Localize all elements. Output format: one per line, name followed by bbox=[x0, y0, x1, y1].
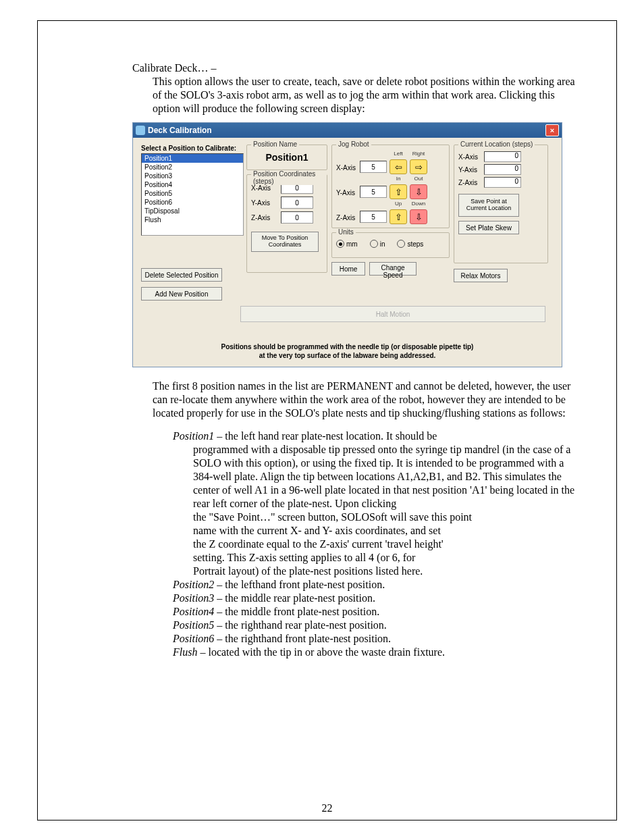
add-position-button[interactable]: Add New Position bbox=[141, 287, 222, 301]
deck-calibration-window: Deck Calibration × Select a Position to … bbox=[132, 122, 562, 367]
jog-y-label: Y-Axis bbox=[336, 189, 360, 199]
position-listbox[interactable]: Position1 Position2 Position3 Position4 … bbox=[141, 153, 244, 236]
intro-paragraph: This option allows the user to create, t… bbox=[153, 75, 576, 115]
position-name-group: Position Name Position1 bbox=[246, 145, 327, 170]
group-label: Units bbox=[336, 228, 356, 236]
position3-item: Position3 – the middle rear plate-nest p… bbox=[173, 592, 576, 605]
window-title: Deck Calibration bbox=[148, 126, 545, 135]
list-item[interactable]: Flush bbox=[142, 215, 243, 224]
list-item[interactable]: Position1 bbox=[142, 154, 243, 163]
app-icon bbox=[136, 126, 145, 135]
cur-y-value: 0 bbox=[484, 164, 521, 175]
halt-motion-button[interactable]: Halt Motion bbox=[240, 306, 545, 322]
move-to-button[interactable]: Move To Position Coordinates bbox=[251, 232, 319, 252]
group-label: Jog Robot bbox=[336, 140, 371, 148]
select-position-label: Select a Position to Calibrate: bbox=[141, 145, 242, 152]
position1-item: Position1 – the left hand rear plate-nes… bbox=[173, 429, 576, 443]
section-heading: Calibrate Deck… – bbox=[132, 61, 576, 75]
close-icon[interactable]: × bbox=[545, 124, 559, 136]
window-titlebar: Deck Calibration × bbox=[133, 123, 562, 138]
jog-up-icon[interactable]: ⇧ bbox=[390, 209, 407, 224]
position1-detail: the "Save Point…" screen button, SOLOSof… bbox=[193, 511, 576, 524]
y-axis-label: Y-Axis bbox=[251, 199, 278, 207]
cur-z-value: 0 bbox=[484, 177, 521, 188]
page-number: 22 bbox=[38, 802, 616, 814]
position1-detail: the Z coordinate equal to the Z-axis' cu… bbox=[193, 538, 576, 551]
position6-item: Position6 – the righthand front plate-ne… bbox=[173, 632, 576, 646]
position1-detail: setting. This Z-axis setting applies to … bbox=[193, 551, 576, 565]
list-item[interactable]: TipDisposal bbox=[142, 207, 243, 215]
jog-down-icon[interactable]: ⇩ bbox=[410, 209, 427, 224]
up-label: Up bbox=[395, 201, 402, 207]
position5-item: Position5 – the righthand rear plate-nes… bbox=[173, 619, 576, 632]
group-label: Position Coordinates (steps) bbox=[251, 170, 327, 185]
save-point-button[interactable]: Save Point at Current Location bbox=[458, 194, 519, 217]
list-item[interactable]: Position6 bbox=[142, 198, 243, 207]
units-group: Units mm in steps bbox=[331, 232, 450, 258]
left-label: Left bbox=[394, 151, 402, 157]
list-item[interactable]: Position3 bbox=[142, 172, 243, 180]
z-axis-label: Z-Axis bbox=[251, 214, 278, 221]
list-item[interactable]: Position4 bbox=[142, 180, 243, 189]
cur-x-label: X-Axis bbox=[458, 153, 484, 161]
right-label: Right bbox=[412, 151, 425, 157]
current-location-group: Current Location (steps) X-Axis0 Y-Axis0… bbox=[454, 145, 548, 263]
units-steps-radio[interactable]: steps bbox=[397, 240, 423, 248]
units-in-radio[interactable]: in bbox=[370, 240, 385, 248]
jog-z-input[interactable] bbox=[360, 211, 387, 223]
home-button[interactable]: Home bbox=[331, 262, 365, 276]
position2-item: Position2 – the lefthand front plate-nes… bbox=[173, 578, 576, 592]
coord-z-input[interactable] bbox=[281, 211, 313, 224]
list-item[interactable]: Position5 bbox=[142, 189, 243, 198]
x-axis-label: X-Axis bbox=[251, 184, 278, 192]
delete-position-button[interactable]: Delete Selected Position bbox=[141, 268, 222, 282]
position-select-panel: Select a Position to Calibrate: Position… bbox=[141, 145, 242, 301]
coord-y-input[interactable] bbox=[281, 197, 313, 209]
jog-robot-group: Jog Robot X-Axis Left⇦ Right⇨ Y-Axis In⇧ bbox=[331, 145, 450, 228]
position1-detail: name with the current X- and Y- axis coo… bbox=[193, 524, 576, 538]
units-mm-radio[interactable]: mm bbox=[336, 240, 358, 248]
in-label: In bbox=[396, 176, 401, 182]
jog-z-label: Z-Axis bbox=[336, 214, 360, 224]
jog-x-input[interactable] bbox=[360, 161, 387, 173]
position-name-value: Position1 bbox=[251, 149, 323, 164]
jog-left-icon[interactable]: ⇦ bbox=[390, 159, 407, 174]
position1-detail: programmed with a disposable tip pressed… bbox=[193, 443, 576, 511]
jog-out-icon[interactable]: ⇩ bbox=[410, 184, 427, 199]
cur-y-label: Y-Axis bbox=[458, 166, 484, 174]
position4-item: Position4 – the middle front plate-nest … bbox=[173, 605, 576, 619]
group-label: Position Name bbox=[251, 140, 299, 148]
position-coordinates-group: Position Coordinates (steps) X-Axis Y-Ax… bbox=[246, 174, 327, 273]
cur-z-label: Z-Axis bbox=[458, 179, 484, 186]
list-item[interactable]: Position2 bbox=[142, 163, 243, 172]
relax-motors-button[interactable]: Relax Motors bbox=[454, 269, 508, 282]
jog-x-label: X-Axis bbox=[336, 164, 360, 174]
jog-in-icon[interactable]: ⇧ bbox=[390, 184, 407, 199]
cur-x-value: 0 bbox=[484, 151, 521, 162]
down-label: Down bbox=[412, 201, 425, 207]
change-speed-button[interactable]: Change Speed bbox=[369, 262, 417, 276]
flush-item: Flush – located with the tip in or above… bbox=[173, 646, 576, 659]
set-plate-skew-button[interactable]: Set Plate Skew bbox=[458, 221, 519, 234]
jog-y-input[interactable] bbox=[360, 186, 387, 198]
jog-right-icon[interactable]: ⇨ bbox=[410, 159, 427, 174]
group-label: Current Location (steps) bbox=[458, 140, 535, 148]
disclaimer-text: Positions should be programmed with the … bbox=[141, 342, 554, 360]
position1-detail: Portrait layout) of the plate-nest posit… bbox=[193, 565, 576, 578]
after-screenshot-paragraph: The first 8 position names in the list a… bbox=[153, 380, 576, 420]
out-label: Out bbox=[414, 176, 423, 182]
